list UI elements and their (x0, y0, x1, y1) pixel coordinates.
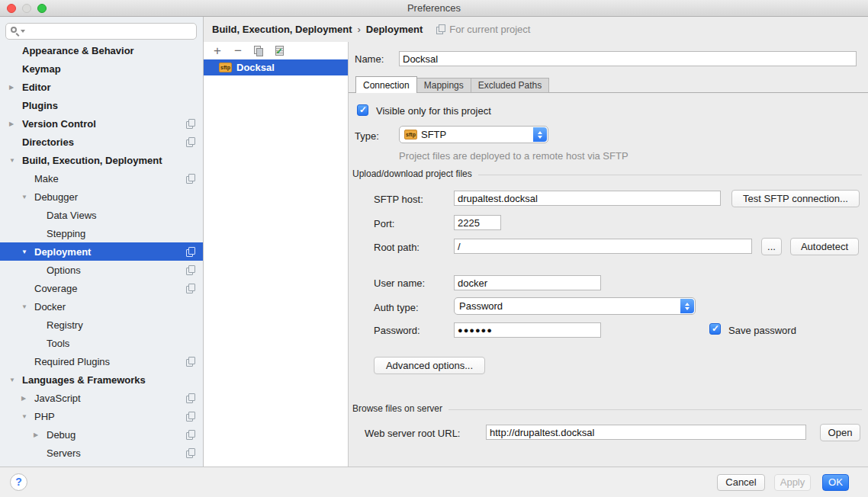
breadcrumb-separator: › (357, 24, 360, 35)
tab-connection[interactable]: Connection (355, 76, 417, 93)
shared-settings-icon (186, 430, 195, 440)
search-input[interactable] (5, 23, 197, 40)
shared-settings-icon (186, 265, 195, 275)
browse-root-path-button[interactable]: ... (761, 238, 782, 255)
add-server-button[interactable] (211, 44, 224, 58)
chevron-right-icon[interactable] (9, 84, 22, 91)
server-list-toolbar (204, 42, 348, 59)
sftp-host-field[interactable] (454, 191, 721, 206)
sidebar-item-debug[interactable]: Debug (0, 425, 203, 444)
sftp-file-icon: sftp (219, 63, 232, 72)
minus-icon (234, 44, 242, 58)
sidebar-item-data-views[interactable]: Data Views (0, 206, 203, 224)
section-title: Upload/download project files (352, 168, 472, 179)
shared-settings-icon (186, 412, 195, 422)
web-root-field[interactable] (486, 425, 806, 440)
chevron-right-icon[interactable] (9, 120, 22, 127)
user-name-field[interactable] (454, 275, 601, 290)
chevron-down-icon[interactable] (21, 248, 34, 255)
tab-label: Connection (363, 80, 410, 91)
stepper-icon (680, 299, 694, 313)
name-field[interactable] (399, 51, 857, 66)
copy-icon (254, 46, 264, 56)
help-button[interactable]: ? (10, 473, 27, 491)
port-field[interactable] (454, 215, 501, 230)
tab-label: Excluded Paths (478, 80, 542, 91)
remove-server-button[interactable] (231, 44, 245, 58)
auth-type-label: Auth type: (374, 302, 419, 313)
sidebar-item-required-plugins[interactable]: Required Plugins (0, 352, 203, 370)
shared-settings-icon (186, 174, 195, 184)
sidebar-item-docker[interactable]: Docker (0, 297, 203, 316)
copy-server-button[interactable] (252, 44, 265, 58)
sidebar-item-make[interactable]: Make (0, 169, 203, 188)
upload-section-header: Upload/download project files (352, 168, 862, 179)
visible-only-checkbox[interactable] (357, 104, 368, 116)
sidebar-item-stepping[interactable]: Stepping (0, 224, 203, 242)
user-name-label: User name: (374, 277, 425, 289)
sidebar-item-javascript[interactable]: JavaScript (0, 389, 203, 407)
open-button[interactable]: Open (820, 424, 860, 441)
sidebar-item-plugins[interactable]: Plugins (0, 96, 203, 114)
sidebar-item-coverage[interactable]: Coverage (0, 279, 203, 297)
type-value: SFTP (421, 129, 446, 140)
sidebar-item-keymap[interactable]: Keymap (0, 59, 203, 78)
section-divider (478, 175, 862, 175)
save-password-checkbox[interactable] (709, 323, 721, 335)
chevron-right-icon[interactable] (21, 395, 34, 402)
sidebar-item-tools[interactable]: Tools (0, 334, 203, 352)
save-password-label: Save password (728, 325, 796, 336)
apply-button[interactable]: Apply (774, 474, 811, 491)
check-list-icon (275, 46, 284, 56)
dialog-footer: ? Cancel Apply OK (0, 467, 868, 497)
breadcrumb: Build, Execution, Deployment › Deploymen… (204, 17, 868, 42)
sidebar-item-languages-frameworks[interactable]: Languages & Frameworks (0, 370, 203, 389)
settings-sidebar: Appearance & Behavior Keymap Editor Plug… (0, 17, 204, 467)
sidebar-item-debugger[interactable]: Debugger (0, 188, 203, 206)
auth-type-select[interactable]: Password (454, 297, 696, 315)
chevron-right-icon[interactable] (34, 431, 47, 438)
web-root-label: Web server root URL: (365, 428, 460, 439)
autodetect-button[interactable]: Autodetect (790, 238, 859, 255)
root-path-label: Root path: (374, 242, 420, 253)
sidebar-item-appearance-behavior[interactable]: Appearance & Behavior (0, 41, 203, 59)
use-as-default-button[interactable] (272, 44, 286, 58)
shared-settings-icon (436, 24, 445, 34)
tab-excluded-paths[interactable]: Excluded Paths (471, 78, 549, 93)
server-list-item[interactable]: sftp Docksal (204, 59, 348, 75)
chevron-down-icon[interactable] (9, 157, 22, 164)
chevron-down-icon[interactable] (21, 303, 34, 310)
sidebar-item-build-execution-deployment[interactable]: Build, Execution, Deployment (0, 151, 203, 169)
chevron-down-icon (21, 30, 25, 33)
chevron-down-icon[interactable] (9, 377, 22, 383)
test-connection-button[interactable]: Test SFTP connection... (731, 190, 860, 207)
chevron-down-icon[interactable] (21, 413, 34, 420)
chevron-down-icon[interactable] (21, 194, 34, 200)
type-hint: Project files are deployed to a remote h… (399, 150, 628, 162)
sidebar-item-deployment[interactable]: Deployment (0, 242, 203, 261)
ok-button[interactable]: OK (822, 474, 849, 491)
breadcrumb-current: Deployment (366, 24, 423, 35)
sidebar-item-php[interactable]: PHP (0, 407, 203, 425)
sidebar-item-options[interactable]: Options (0, 261, 203, 279)
type-select[interactable]: sftp SFTP (399, 126, 548, 143)
deployment-form: Name: Connection Mappings Excluded Paths… (349, 42, 868, 467)
main-panel: Build, Execution, Deployment › Deploymen… (204, 17, 868, 467)
sidebar-item-version-control[interactable]: Version Control (0, 114, 203, 133)
sidebar-item-registry[interactable]: Registry (0, 316, 203, 334)
title-bar: Preferences (0, 0, 868, 17)
tab-mappings[interactable]: Mappings (417, 78, 471, 93)
stepper-icon (533, 127, 547, 142)
shared-settings-icon (186, 137, 195, 147)
server-name: Docksal (236, 62, 275, 73)
sidebar-item-directories[interactable]: Directories (0, 133, 203, 151)
sidebar-item-editor[interactable]: Editor (0, 78, 203, 96)
password-field[interactable] (454, 322, 601, 338)
breadcrumb-parent[interactable]: Build, Execution, Deployment (212, 24, 352, 35)
type-label: Type: (355, 130, 379, 142)
cancel-button[interactable]: Cancel (717, 474, 765, 491)
advanced-options-button[interactable]: Advanced options... (374, 357, 485, 374)
root-path-field[interactable] (454, 239, 752, 254)
auth-type-value: Password (459, 300, 503, 312)
sidebar-item-servers[interactable]: Servers (0, 444, 203, 462)
